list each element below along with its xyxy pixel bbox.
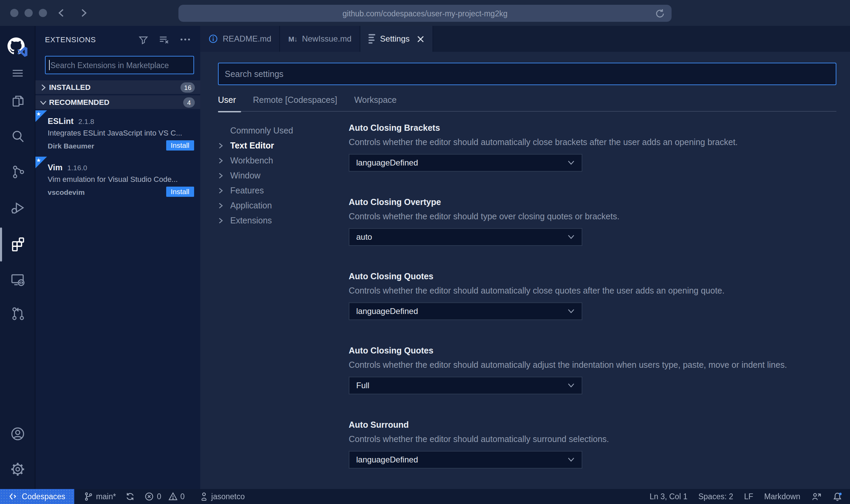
extensions-search-input[interactable]: Search Extensions in Marketplace xyxy=(45,56,194,74)
dropdown-value: auto xyxy=(356,232,567,242)
sidebar-title: EXTENSIONS xyxy=(45,35,130,44)
remote-icon xyxy=(9,492,18,501)
remote-explorer-icon[interactable] xyxy=(0,266,35,293)
github-codespaces-logo-icon xyxy=(0,34,35,61)
window-controls[interactable] xyxy=(10,9,47,17)
address-bar[interactable]: github.com/codespaces/user-my-project-mg… xyxy=(178,5,672,22)
settings-gear-icon[interactable] xyxy=(0,456,35,483)
chevron-down-icon xyxy=(567,457,575,462)
branch-status[interactable]: main* xyxy=(84,492,116,501)
setting-row: Auto Surround Controls whether the edito… xyxy=(349,420,836,469)
cursor-position[interactable]: Ln 3, Col 1 xyxy=(649,492,687,501)
settings-scope-tabs: User Remote [Codespaces] Workspace xyxy=(218,95,836,112)
settings-rows: Auto Closing Brackets Controls whether t… xyxy=(349,112,836,489)
extension-item-eslint[interactable]: ★ ESLint 2.1.8 Integrates ESLint JavaScr… xyxy=(35,110,200,157)
recommended-ribbon-icon: ★ xyxy=(35,110,47,122)
setting-dropdown[interactable]: auto xyxy=(349,228,582,246)
indentation[interactable]: Spaces: 2 xyxy=(698,492,733,501)
extension-description: Integrates ESLint JavaScript into VS C..… xyxy=(48,129,194,137)
eol-sequence[interactable]: LF xyxy=(744,492,753,501)
language-mode[interactable]: Markdown xyxy=(764,492,800,501)
run-debug-icon[interactable] xyxy=(0,194,35,221)
install-button[interactable]: Install xyxy=(166,187,194,197)
toc-window[interactable]: Window xyxy=(218,168,349,183)
dropdown-value: Full xyxy=(356,381,567,390)
text-cursor xyxy=(49,60,50,70)
section-installed[interactable]: INSTALLED 16 xyxy=(35,80,200,94)
chevron-down-icon xyxy=(567,309,575,314)
setting-row: Auto Closing Brackets Controls whether t… xyxy=(349,123,836,172)
chevron-right-icon xyxy=(218,187,227,194)
explorer-icon[interactable] xyxy=(0,87,35,114)
tab-readme[interactable]: README.md xyxy=(200,26,280,52)
more-actions-icon[interactable] xyxy=(177,31,193,48)
setting-dropdown[interactable]: languageDefined xyxy=(349,451,582,469)
source-control-icon[interactable] xyxy=(0,158,35,185)
window-maximize-button[interactable] xyxy=(39,9,47,17)
extensions-sidebar: EXTENSIONS Search Extensions in Marketpl… xyxy=(35,26,200,489)
problems-status[interactable]: 0 0 xyxy=(145,492,185,501)
chevron-down-icon xyxy=(567,234,575,240)
install-button[interactable]: Install xyxy=(166,140,194,151)
sync-icon xyxy=(126,492,135,501)
setting-title: Auto Closing Overtype xyxy=(349,198,836,207)
toc-application[interactable]: Application xyxy=(218,198,349,213)
codespaces-label: Codespaces xyxy=(22,492,65,501)
scope-tab-remote[interactable]: Remote [Codespaces] xyxy=(253,95,337,105)
toc-text-editor[interactable]: Text Editor xyxy=(218,138,349,153)
scope-tab-workspace[interactable]: Workspace xyxy=(354,95,397,105)
section-count-badge: 16 xyxy=(181,82,195,92)
extension-name: ESLint xyxy=(48,116,74,126)
tab-label: README.md xyxy=(223,34,271,44)
filter-icon[interactable] xyxy=(135,31,151,48)
chevron-right-icon xyxy=(218,142,227,149)
settings-editor: Search settings User Remote [Codespaces]… xyxy=(200,52,850,489)
clear-extensions-search-icon[interactable] xyxy=(156,31,172,48)
chevron-right-icon xyxy=(218,202,227,209)
scope-tab-user[interactable]: User xyxy=(218,95,236,105)
window-close-button[interactable] xyxy=(10,9,18,17)
window-minimize-button[interactable] xyxy=(25,9,33,17)
setting-description: Controls whether the editor should autom… xyxy=(349,435,836,444)
toc-workbench[interactable]: Workbench xyxy=(218,153,349,168)
setting-row: Auto Closing Overtype Controls whether t… xyxy=(349,198,836,246)
sync-status[interactable] xyxy=(126,492,135,501)
extension-description: Vim emulation for Visual Studio Code... xyxy=(48,175,194,183)
user-label: jasonetco xyxy=(211,492,245,501)
chevron-down-icon xyxy=(567,160,575,166)
branch-label: main* xyxy=(96,492,116,501)
account-icon[interactable] xyxy=(0,420,35,447)
toc-commonly-used[interactable]: Commonly Used xyxy=(218,123,349,138)
extension-publisher: vscodevim xyxy=(48,188,166,196)
menu-hamburger-icon[interactable] xyxy=(0,59,35,86)
setting-description: Controls whether the editor should autom… xyxy=(349,360,836,370)
extension-version: 1.16.0 xyxy=(67,163,87,172)
dropdown-value: languageDefined xyxy=(356,158,567,168)
tab-settings[interactable]: Settings xyxy=(360,26,434,52)
feedback-icon[interactable] xyxy=(811,492,821,501)
section-recommended[interactable]: RECOMMENDED 4 xyxy=(35,95,200,109)
chevron-right-icon xyxy=(218,217,227,224)
toc-extensions[interactable]: Extensions xyxy=(218,213,349,228)
extensions-icon[interactable] xyxy=(0,230,35,257)
pull-request-icon[interactable] xyxy=(0,300,35,327)
close-tab-icon[interactable] xyxy=(417,35,425,43)
setting-dropdown[interactable]: languageDefined xyxy=(349,154,582,172)
markdown-icon: M↓ xyxy=(288,35,297,43)
search-icon[interactable] xyxy=(0,123,35,150)
settings-search-input[interactable]: Search settings xyxy=(218,63,836,85)
toc-features[interactable]: Features xyxy=(218,183,349,198)
setting-dropdown[interactable]: Full xyxy=(349,377,582,394)
user-status[interactable]: jasonetco xyxy=(200,492,245,501)
extension-item-vim[interactable]: ★ Vim 1.16.0 Vim emulation for Visual St… xyxy=(35,157,200,203)
reload-icon[interactable] xyxy=(655,8,665,19)
setting-row: Auto Closing Quotes Controls whether the… xyxy=(349,272,836,320)
browser-back-icon[interactable] xyxy=(54,6,68,20)
codespaces-remote-button[interactable]: Codespaces xyxy=(0,489,74,504)
chevron-right-icon xyxy=(218,172,227,179)
browser-forward-icon[interactable] xyxy=(77,6,91,20)
setting-dropdown[interactable]: languageDefined xyxy=(349,302,582,320)
notifications-bell-icon[interactable] xyxy=(832,491,843,502)
tab-newissue[interactable]: M↓ NewIssue.md xyxy=(280,26,360,52)
app-window: github.com/codespaces/user-my-project-mg… xyxy=(0,0,850,504)
